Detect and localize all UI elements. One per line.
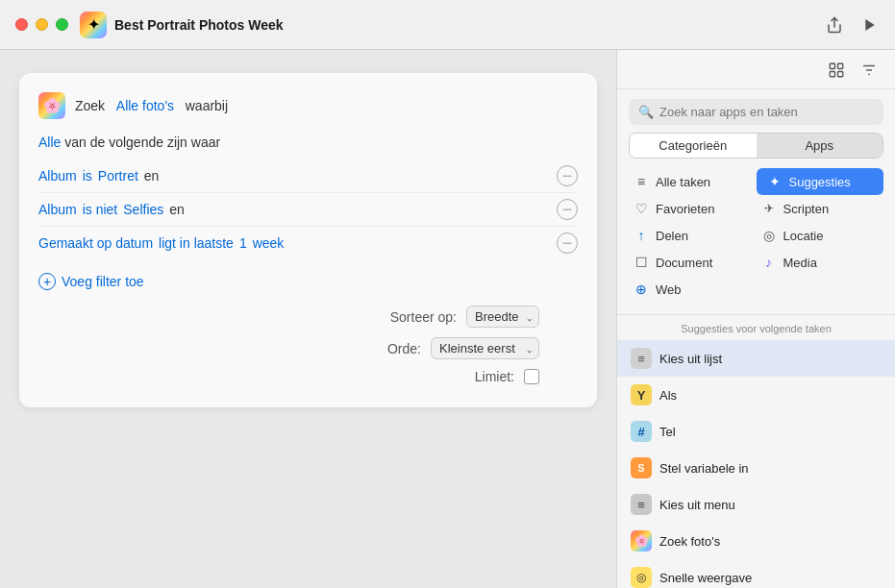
cat-document-label: Document [656,256,712,270]
filter3-unit[interactable]: week [253,235,285,251]
minimize-button[interactable] [36,18,48,31]
suggesties-icon: ✦ [766,174,783,189]
als-label: Als [659,388,677,403]
segment-control: Categorieën Apps [629,133,883,159]
alle-link[interactable]: Alle [38,135,61,150]
limit-label: Limiet: [437,369,514,384]
filter3-remove-button[interactable]: − [557,233,578,254]
alle-taken-icon: ≡ [633,174,650,189]
suggestions-header: Suggesties voor volgende taken [617,315,895,340]
suggestion-zoek-fotos[interactable]: 🌸 Zoek foto's [617,523,895,559]
limit-row: Limiet: [77,369,539,384]
cat-alle-taken[interactable]: ≡ Alle taken [629,168,757,195]
add-filter-label: Voeg filter toe [62,274,144,289]
action-header-text: Zoek Alle foto's waarbij [75,98,228,113]
categories-grid: ≡ Alle taken ✦ Suggesties ♡ Favorieten ✈… [629,168,883,303]
limit-checkbox[interactable] [524,369,539,384]
svg-rect-3 [838,63,843,68]
zoek-fotos-icon: 🌸 [631,530,652,551]
stel-variabele-icon: S [631,457,652,478]
order-select[interactable]: Kleinste eerst Grootste eerst [431,337,539,359]
kies-menu-icon: ≡ [631,494,652,515]
titlebar-actions [824,14,880,36]
add-filter-icon: + [38,273,56,290]
filter2-val[interactable]: Selfies [123,202,163,217]
close-button[interactable] [15,18,28,31]
cat-locatie-label: Locatie [783,229,824,243]
traffic-lights [15,18,68,31]
apps-tab[interactable]: Apps [757,134,883,158]
cat-delen[interactable]: ↑ Delen [629,222,757,249]
cat-web-label: Web [656,282,682,297]
filter-row-3: Gemaakt op datum ligt in laatste 1 week … [38,227,578,259]
web-icon: ⊕ [633,282,650,297]
action-header: 🌸 Zoek Alle foto's waarbij [38,92,578,119]
suggestion-kies-menu[interactable]: ≡ Kies uit menu [617,486,895,523]
snelle-weergave-icon: ◎ [631,567,652,588]
filter3-num[interactable]: 1 [239,235,247,251]
cat-locatie[interactable]: ◎ Locatie [757,222,884,249]
cat-favorieten[interactable]: ♡ Favorieten [629,195,757,222]
waarbij-label: waarbij [186,98,228,113]
order-select-wrapper: Kleinste eerst Grootste eerst [431,337,539,359]
sort-row: Sorteer op: Breedte Hoogte Datum [77,306,539,328]
svg-marker-1 [865,19,874,31]
cat-document[interactable]: ☐ Document [629,249,757,276]
share-button[interactable] [824,14,845,36]
filter2-col[interactable]: Album [38,202,77,217]
cat-scripten[interactable]: ✈ Scripten [757,195,884,222]
categorien-tab[interactable]: Categorieën [630,134,757,158]
tel-label: Tel [659,425,676,439]
cat-web[interactable]: ⊕ Web [629,276,757,303]
cat-suggesties-label: Suggesties [789,175,851,189]
filter2-remove-button[interactable]: − [557,199,578,220]
filter3-op[interactable]: ligt in laatste [159,235,234,251]
right-panel: 🔍 Categorieën Apps ≡ Alle taken ✦ Sugges… [616,50,895,588]
kies-lijst-icon: ≡ [631,348,652,369]
add-filter-button[interactable]: + Voeg filter toe [38,273,578,290]
sort-section: Sorteer op: Breedte Hoogte Datum Orde: K… [38,306,578,384]
filter-button[interactable] [858,60,880,81]
order-row: Orde: Kleinste eerst Grootste eerst [77,337,539,359]
suggestion-tel[interactable]: # Tel [617,413,895,450]
filter3-col[interactable]: Gemaakt op datum [38,235,153,251]
library-button[interactable] [826,60,847,81]
right-toolbar [617,50,895,89]
cat-scripten-label: Scripten [783,202,830,216]
cat-favorieten-label: Favorieten [656,202,714,216]
sort-select[interactable]: Breedte Hoogte Datum [466,306,539,328]
photos-app-icon: 🌸 [38,92,65,119]
filter-row-3-content: Gemaakt op datum ligt in laatste 1 week [38,235,284,251]
play-button[interactable] [860,15,880,35]
document-icon: ☐ [633,255,650,270]
suggestion-snelle-weergave[interactable]: ◎ Snelle weergave [617,559,895,588]
filter2-suffix: en [169,202,185,217]
left-panel: 🌸 Zoek Alle foto's waarbij Alle van de v… [0,50,616,588]
filter-section: Alle van de volgende zijn waar Album is … [38,135,578,259]
filter1-suffix: en [144,168,160,184]
filter1-col[interactable]: Album [38,168,77,184]
cat-suggesties[interactable]: ✦ Suggesties [757,168,884,195]
photos-link[interactable]: Alle foto's [116,98,174,113]
filter1-val[interactable]: Portret [98,168,138,184]
favorieten-icon: ♡ [633,201,650,216]
search-icon: 🔍 [638,105,654,119]
search-input[interactable] [659,105,874,119]
stel-variabele-label: Stel variabele in [659,461,749,476]
kies-menu-label: Kies uit menu [659,498,735,512]
maximize-button[interactable] [56,18,68,31]
filter-row-1: Album is Portret en − [38,159,578,193]
suggestion-als[interactable]: Y Als [617,377,895,413]
tel-icon: # [631,421,652,442]
suggestion-stel-variabele[interactable]: S Stel variabele in [617,450,895,486]
cat-media-label: Media [783,256,817,270]
cat-media[interactable]: ♪ Media [757,249,884,276]
snelle-weergave-label: Snelle weergave [659,571,752,585]
suggestion-kies-lijst[interactable]: ≡ Kies uit lijst [617,340,895,377]
filter2-op[interactable]: is niet [83,202,118,217]
filter1-remove-button[interactable]: − [557,165,578,186]
delen-icon: ↑ [633,228,650,243]
filter-row-1-content: Album is Portret en [38,168,159,184]
filter1-op[interactable]: is [83,168,92,184]
window-title: Best Portrait Photos Week [114,17,824,33]
